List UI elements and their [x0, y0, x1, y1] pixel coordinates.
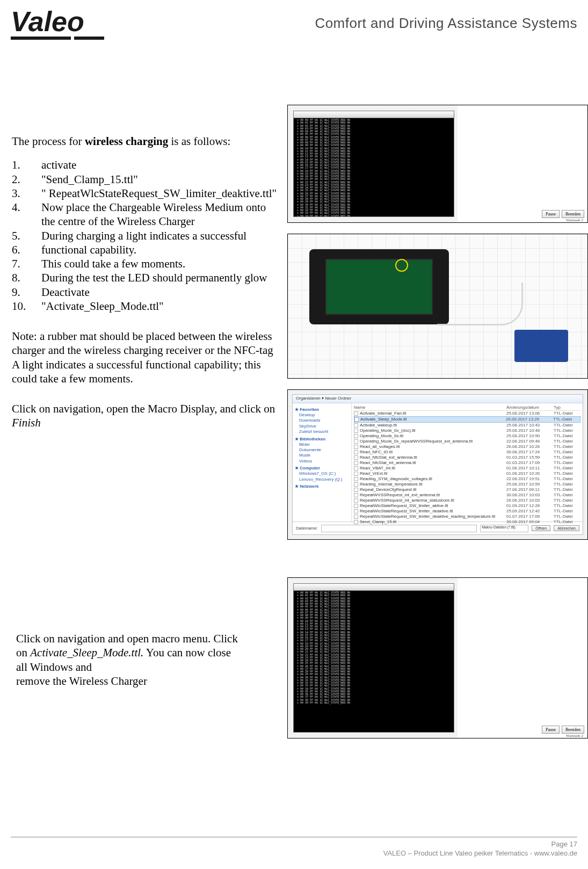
file-row[interactable]: Read_NfcStat_int_antenna.ttl01.03.2017 1…: [354, 460, 580, 466]
sidebar-item[interactable]: SkyDrive: [295, 424, 349, 429]
file-icon: [354, 417, 359, 422]
file-icon: [354, 515, 358, 519]
file-icon: [354, 493, 358, 497]
file-row[interactable]: Activate_wakeup.ttl25.08.2017 10:43TTL-D…: [354, 423, 580, 428]
screenshot-file-dialog: Organisieren ▾ Neuer Ordner ★ FavoritenD…: [287, 389, 588, 540]
svg-text:Valeo: Valeo: [11, 6, 84, 37]
pcb-board: [325, 259, 433, 315]
sidebar-item[interactable]: Zuletzt besucht: [295, 429, 349, 434]
step-number: 6.: [12, 243, 41, 257]
step-number: 10.: [12, 299, 41, 313]
sidebar-item[interactable]: Lenovo_Recovery (Q:): [295, 477, 349, 482]
dialog-sidebar[interactable]: ★ FavoritenDesktopDownloadsSkyDriveZulet…: [293, 403, 352, 522]
step-number: 3.: [12, 186, 41, 200]
step-number: 2.: [12, 172, 41, 186]
step-text: Deactivate: [41, 285, 280, 299]
step-row: 2."Send_Clamp_15.ttl": [12, 172, 280, 186]
sidebar-item[interactable]: Dokumente: [295, 447, 349, 453]
col-name[interactable]: Name: [354, 405, 506, 410]
file-row[interactable]: Operating_Mode_0x_repeatWVSSRequest_ext_…: [354, 439, 580, 444]
sidebar-group[interactable]: ★ Bibliotheken: [295, 437, 349, 441]
sidebar-item[interactable]: Bilder: [295, 442, 349, 447]
col-type[interactable]: Typ: [554, 405, 580, 410]
file-row[interactable]: Activate_Sleep_Mode.ttl26.09.2017 13:29T…: [354, 416, 580, 423]
file-icon: [354, 445, 358, 449]
pause-button[interactable]: Pause: [542, 210, 560, 218]
sidebar-group[interactable]: ★ Netzwerk: [295, 484, 349, 489]
steps-list: 1.activate2."Send_Clamp_15.ttl"3." Repea…: [12, 158, 280, 313]
nav-instruction-1: Click on navigation, open the Macro Disp…: [12, 402, 280, 430]
step-row: 5.During charging a light indicates a su…: [12, 229, 280, 243]
file-row[interactable]: Operating_Mode_0x.ttl25.08.2017 10:50TTL…: [354, 433, 580, 439]
dialog-file-list[interactable]: Name Änderungsdatum Typ Activate_Interna…: [352, 403, 583, 522]
file-row[interactable]: Read_VBAT_Int.ttl01.06.2017 10:11TTL-Dat…: [354, 466, 580, 471]
file-icon: [354, 411, 358, 416]
file-row[interactable]: Read_NfcStat_ext_antenna.ttl01.03.2017 1…: [354, 455, 580, 460]
file-row[interactable]: RepeatWlcStateRequest_SW_limiter_aktive.…: [354, 503, 580, 509]
file-row[interactable]: Reading_internal_temperature.ttl25.08.20…: [354, 482, 580, 487]
pause-button[interactable]: Pause: [542, 726, 560, 734]
close-button[interactable]: Beenden: [562, 726, 584, 734]
file-row[interactable]: Activate_Internal_Fan.ttl25.08.2017 13:0…: [354, 411, 580, 416]
file-row[interactable]: Send_Clamp_15.ttl30.08.2017 09:04TTL-Dat…: [354, 519, 580, 525]
step-text: " RepeatWlcStateRequest_SW_limiter_deakt…: [41, 186, 280, 200]
step-text: activate: [41, 158, 280, 172]
step-number: 1.: [12, 158, 41, 172]
file-row[interactable]: Read_all_voltages.ttl26.08.2017 10:28TTL…: [354, 444, 580, 450]
sidebar-item[interactable]: Musik: [295, 453, 349, 458]
page-header: Valeo Comfort and Driving Assistance Sys…: [0, 0, 588, 54]
step-row: 10."Activate_Sleep_Mode.ttl": [12, 299, 280, 313]
sidebar-group[interactable]: ★ Computer: [295, 466, 349, 470]
file-row[interactable]: RepeatWlcStateRequest_SW_limiter_deaktiv…: [354, 514, 580, 519]
file-icon: [354, 482, 358, 487]
step-number: 9.: [12, 285, 41, 299]
column-headers[interactable]: Name Änderungsdatum Typ: [354, 404, 580, 411]
step-number: 4.: [12, 200, 41, 229]
step-row: 8.During the test the LED should permane…: [12, 271, 280, 285]
filename-input[interactable]: [321, 525, 477, 532]
intro-suffix: is as follows:: [168, 135, 230, 148]
filetype-filter[interactable]: Makro-Dateien (*.ttl): [480, 525, 528, 532]
dialog-toolbar[interactable]: Organisieren ▾ Neuer Ordner: [293, 395, 583, 403]
file-row[interactable]: Read_VrExt.ttl01.06.2017 10:26TTL-Datei: [354, 471, 580, 476]
header-title: Comfort and Driving Assistance Systems: [315, 15, 577, 32]
file-icon: [354, 439, 358, 444]
file-icon: [354, 488, 358, 492]
file-open-dialog[interactable]: Organisieren ▾ Neuer Ordner ★ FavoritenD…: [292, 394, 583, 535]
step-row: 4.Now place the Chargeable Wireless Medi…: [12, 200, 280, 229]
file-row[interactable]: RepeatWlcStateRequest_SW_limiter_deaktiv…: [354, 509, 580, 514]
sidebar-item[interactable]: Downloads: [295, 418, 349, 423]
sidebar-item[interactable]: Desktop: [295, 412, 349, 418]
file-row[interactable]: RepeatWVSSRequest_int_antenna_statusbore…: [354, 498, 580, 503]
col-date[interactable]: Änderungsdatum: [506, 405, 554, 410]
photo-hardware: [287, 234, 588, 379]
page-number: Page 17: [11, 839, 577, 849]
step-row: 6.functional capability.: [12, 243, 280, 257]
file-icon: [354, 429, 358, 433]
nav1-italic: Finish: [12, 416, 41, 429]
file-icon: [354, 434, 358, 438]
open-button[interactable]: Öffnen: [532, 525, 550, 531]
step-text: "Send_Clamp_15.ttl": [41, 172, 280, 186]
file-row[interactable]: Repeat_DeviceCfgRequest.ttl27.06.2017 09…: [354, 487, 580, 493]
step-text: functional capability.: [41, 243, 280, 257]
file-row[interactable]: RepeatWVSSRequest_int_ext_antenna.ttl30.…: [354, 493, 580, 498]
step-row: 9.Deactivate: [12, 285, 280, 299]
sidebar-item[interactable]: Videos: [295, 459, 349, 464]
file-icon: [354, 509, 358, 513]
close-button[interactable]: Beenden: [562, 210, 584, 218]
file-row[interactable]: Reading_SYM_diagnostic_voltages.ttl22.08…: [354, 476, 580, 482]
file-icon: [354, 455, 358, 460]
file-row[interactable]: Operating_Mode_0x_(doc).ttl25.08.2017 10…: [354, 428, 580, 433]
filename-label: Dateiname:: [296, 526, 318, 531]
sidebar-item[interactable]: Windows7_OS (C:): [295, 471, 349, 476]
cancel-button[interactable]: Abbrechen: [554, 525, 579, 531]
file-row[interactable]: Read_NFC_ID.ttl30.08.2017 17:24TTL-Datei: [354, 450, 580, 455]
instructions-column: The process for wireless charging is as …: [12, 134, 280, 441]
file-icon: [354, 450, 358, 454]
sidebar-group[interactable]: ★ Favoriten: [295, 407, 349, 412]
nav1-text: Click on navigation, open the Macro Disp…: [12, 402, 275, 415]
usb-cable: [437, 283, 523, 325]
led-highlight-circle: [395, 259, 408, 272]
note-paragraph: Note: a rubber mat should be placed betw…: [12, 329, 280, 386]
